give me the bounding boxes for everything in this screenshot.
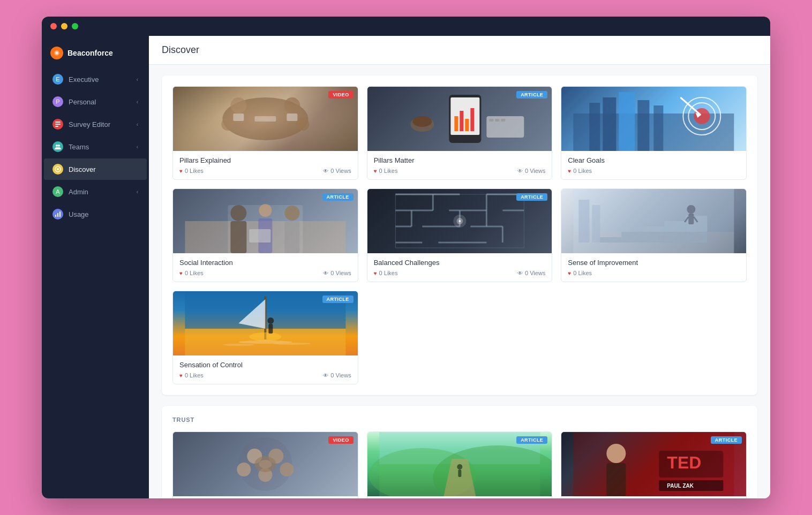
section-trust: TRUST	[162, 406, 757, 498]
close-dot[interactable]	[50, 23, 57, 29]
svg-rect-83	[579, 200, 590, 243]
sidebar-item-teams[interactable]: Teams ‹	[44, 136, 147, 157]
svg-point-15	[284, 97, 300, 113]
card-meta-balanced-challenges: ♥ 0 Likes 👁 0 Views	[374, 270, 546, 276]
svg-rect-32	[501, 119, 505, 122]
card-image-trust-matters: ARTICLE	[367, 432, 552, 496]
card-info-trust-morality-oxytocin: Trust, Morality & Oxytocin ♥ 0 Likes 👁 0…	[561, 496, 746, 498]
svg-point-102	[259, 460, 272, 468]
eye-icon: 👁	[323, 270, 328, 276]
svg-rect-26	[470, 108, 474, 131]
svg-rect-24	[460, 111, 463, 131]
card-meta-pillars-matter: ♥ 0 Likes 👁 0 Views	[374, 168, 546, 174]
card-likes-sensation-of-control: ♥ 0 Likes	[179, 372, 204, 378]
heart-icon: ♥	[179, 373, 183, 378]
sidebar-item-personal[interactable]: P Personal ‹	[44, 91, 147, 112]
badge-pillars-matter: ARTICLE	[516, 91, 547, 99]
svg-rect-31	[495, 119, 499, 122]
survey-editor-chevron: ‹	[137, 122, 138, 127]
svg-point-28	[412, 116, 432, 127]
sidebar-item-discover[interactable]: Discover	[44, 158, 147, 180]
svg-point-71	[458, 220, 461, 222]
card-meta-sensation-of-control: ♥ 0 Likes 👁 0 Views	[179, 372, 351, 378]
cards-grid-trust: VIDEO Trust Explained ♥ 0 Likes	[172, 431, 747, 498]
card-clear-goals[interactable]: Clear Goals ♥ 0 Likes	[561, 86, 747, 180]
svg-point-17	[296, 118, 309, 131]
svg-rect-18	[233, 113, 244, 121]
card-pillars-explained[interactable]: VIDEO Pillars Explained ♥ 0 Likes	[172, 86, 358, 180]
card-likes-social-interaction: ♥ 0 Likes	[179, 270, 204, 276]
sidebar: Beaconforce E Executive ‹ P Personal	[42, 36, 149, 498]
svg-rect-51	[284, 221, 299, 253]
executive-icon: E	[52, 74, 63, 85]
card-image-trust-explained: VIDEO	[173, 432, 358, 496]
card-title-clear-goals: Clear Goals	[568, 156, 740, 164]
svg-point-93	[267, 317, 274, 324]
personal-label: Personal	[69, 98, 96, 106]
teams-icon	[52, 141, 63, 152]
section-label-trust: TRUST	[172, 416, 747, 423]
page-header: Discover	[149, 36, 770, 65]
svg-rect-38	[654, 105, 664, 151]
personal-icon: P	[52, 96, 63, 107]
svg-rect-20	[254, 116, 276, 122]
sidebar-nav: E Executive ‹ P Personal ‹	[42, 68, 149, 498]
card-views-sensation-of-control: 👁 0 Views	[323, 372, 351, 378]
card-sense-of-improvement[interactable]: Sense of Improvement ♥ 0 Likes	[561, 188, 747, 282]
sidebar-item-admin[interactable]: A Admin ‹	[44, 181, 147, 202]
card-info-pillars-explained: Pillars Explained ♥ 0 Likes 👁 0 Views	[173, 151, 358, 179]
badge-pillars-explained: VIDEO	[328, 91, 353, 99]
content-area: VIDEO Pillars Explained ♥ 0 Likes	[149, 65, 770, 498]
svg-point-7	[58, 145, 60, 147]
badge-trust-morality-oxytocin: ARTICLE	[711, 436, 742, 444]
svg-rect-52	[249, 229, 270, 243]
svg-point-6	[56, 145, 58, 147]
card-info-trust-matters: Trust Matters ♥ 0 Likes 👁 0 Views	[367, 496, 552, 498]
svg-text:PAUL ZAK: PAUL ZAK	[667, 483, 694, 489]
sidebar-item-executive[interactable]: E Executive ‹	[44, 69, 147, 90]
card-image-sensation-of-control: ARTICLE	[173, 291, 358, 355]
card-trust-matters[interactable]: ARTICLE Trust Matters ♥ 0 Likes	[367, 431, 553, 498]
app-body: Beaconforce E Executive ‹ P Personal	[42, 36, 770, 498]
svg-rect-47	[230, 221, 246, 253]
logo-text: Beaconforce	[67, 49, 113, 57]
svg-point-2	[56, 52, 58, 54]
svg-point-89	[249, 332, 281, 341]
personal-chevron: ‹	[137, 99, 138, 105]
card-trust-morality-oxytocin[interactable]: TED PAUL ZAK ARTICLE Trust, Morality & O…	[561, 431, 747, 498]
survey-editor-icon	[52, 119, 63, 130]
badge-trust-matters: ARTICLE	[516, 436, 547, 444]
card-balanced-challenges[interactable]: ARTICLE Balanced Challenges ♥ 0 Likes	[367, 188, 553, 282]
card-meta-social-interaction: ♥ 0 Likes 👁 0 Views	[179, 270, 351, 276]
svg-point-98	[237, 463, 251, 476]
card-image-clear-goals	[561, 87, 746, 151]
sidebar-item-survey-editor[interactable]: Survey Editor ‹	[44, 113, 147, 135]
usage-label: Usage	[69, 210, 89, 218]
card-social-interaction[interactable]: ARTICLE Social Interaction ♥ 0 Likes	[172, 188, 358, 282]
maximize-dot[interactable]	[72, 23, 78, 29]
survey-editor-label: Survey Editor	[69, 120, 110, 128]
svg-point-14	[230, 97, 246, 113]
svg-rect-23	[454, 116, 458, 131]
heart-icon: ♥	[374, 270, 377, 276]
card-title-sense-of-improvement: Sense of Improvement	[568, 259, 740, 267]
card-image-social-interaction: ARTICLE	[173, 189, 358, 253]
card-info-sensation-of-control: Sensation of Control ♥ 0 Likes 👁 0 Views	[173, 355, 358, 384]
svg-point-16	[221, 118, 234, 131]
svg-rect-12	[59, 211, 61, 217]
minimize-dot[interactable]	[61, 23, 67, 29]
usage-icon	[52, 209, 63, 219]
svg-rect-94	[268, 324, 273, 334]
section-unlabeled: VIDEO Pillars Explained ♥ 0 Likes	[162, 75, 757, 395]
cards-grid-unlabeled: VIDEO Pillars Explained ♥ 0 Likes	[172, 86, 747, 384]
page-title: Discover	[162, 44, 757, 56]
card-image-pillars-explained: VIDEO	[173, 87, 358, 151]
svg-rect-37	[638, 100, 650, 151]
card-trust-explained[interactable]: VIDEO Trust Explained ♥ 0 Likes	[172, 431, 358, 498]
card-sensation-of-control[interactable]: ARTICLE Sensation of Control ♥ 0 Likes	[172, 291, 358, 384]
svg-rect-74	[622, 232, 643, 243]
badge-trust-explained: VIDEO	[328, 436, 353, 444]
sidebar-item-usage[interactable]: Usage	[44, 203, 147, 225]
card-title-social-interaction: Social Interaction	[179, 259, 351, 267]
card-pillars-matter[interactable]: ARTICLE Pillars Matter ♥ 0 Likes	[367, 86, 553, 180]
